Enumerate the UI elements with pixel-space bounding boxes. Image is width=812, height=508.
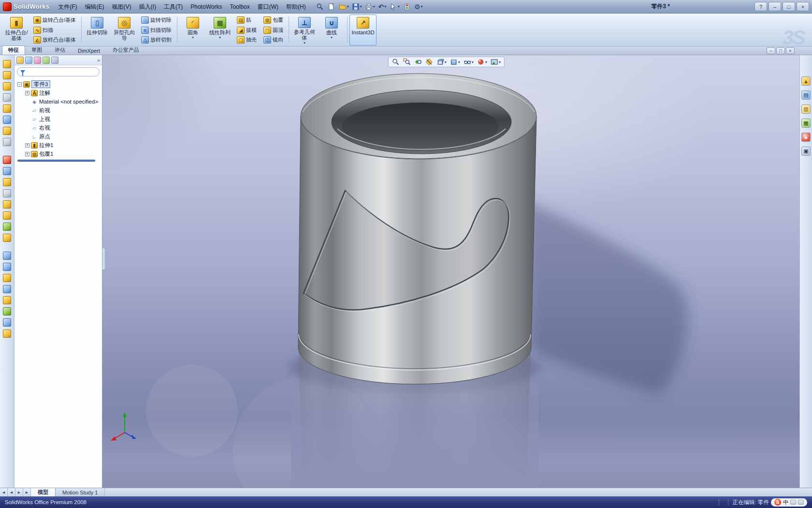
tab-sketch[interactable]: 草图 — [25, 45, 48, 55]
left-toolbar-icon-19[interactable] — [3, 274, 11, 282]
open-document-icon[interactable]: ▾ — [338, 1, 350, 12]
tab-features[interactable]: 特征 — [2, 45, 25, 55]
left-toolbar-icon-23[interactable] — [3, 318, 11, 327]
lofted-boss-button[interactable]: ◭ 放样凸台/基体 — [31, 35, 78, 45]
apply-scene-button[interactable]: ▾ — [490, 58, 502, 66]
panel-splitter-handle[interactable] — [102, 248, 106, 270]
expand-icon[interactable]: + — [25, 91, 29, 95]
section-view-button[interactable] — [424, 58, 434, 66]
revolved-boss-button[interactable]: ◉ 旋转凸台/基体 — [31, 15, 78, 25]
appearances-icon[interactable]: ● — [801, 133, 811, 142]
dropdown-caret-icon[interactable]: ▾ — [458, 60, 460, 64]
expand-icon[interactable]: + — [25, 143, 29, 148]
close-button[interactable]: × — [797, 2, 809, 11]
left-toolbar-icon-6[interactable] — [3, 116, 11, 124]
menu-insert[interactable]: 插入(I) — [135, 0, 160, 14]
property-manager-tab-icon[interactable] — [25, 57, 32, 64]
file-explorer-icon[interactable]: ▥ — [801, 105, 811, 114]
linear-pattern-button[interactable]: ▦ 线性阵列 ▾ — [206, 15, 233, 45]
tree-item-origin[interactable]: ∟ 原点 — [14, 132, 102, 141]
ime-keyboard-icon[interactable] — [798, 500, 804, 505]
tab-evaluate[interactable]: 评估 — [48, 45, 72, 55]
left-toolbar-icon-2[interactable] — [3, 71, 11, 79]
dropdown-caret-icon[interactable]: ▾ — [384, 4, 386, 9]
dimxpert-manager-tab-icon[interactable] — [43, 57, 50, 64]
dropdown-caret-icon[interactable]: ▾ — [472, 60, 474, 64]
tab-scroll-last-button[interactable]: ▶ — [23, 488, 31, 496]
doc-minimize-button[interactable]: – — [767, 47, 775, 54]
tab-scroll-first-button[interactable]: ◀ — [0, 488, 8, 496]
menu-toolbox[interactable]: Toolbox — [226, 0, 253, 14]
dropdown-caret-icon[interactable]: ▾ — [373, 4, 375, 9]
menu-file[interactable]: 文件(F) — [54, 0, 81, 14]
dome-button[interactable]: ◠ 圆顶 — [261, 26, 286, 35]
fillet-button[interactable]: ◜ 圆角 ▾ — [179, 15, 206, 45]
reference-geometry-button[interactable]: ⊥ 参考几何体 ▾ — [291, 15, 318, 45]
revolved-cut-button[interactable]: ◌ 旋转切除 — [139, 15, 174, 25]
dropdown-caret-icon[interactable]: ▾ — [347, 4, 349, 9]
left-toolbar-icon-17[interactable] — [3, 252, 11, 260]
previous-view-button[interactable] — [413, 58, 423, 66]
left-toolbar-icon-9[interactable] — [3, 156, 11, 164]
display-manager-tab-icon[interactable] — [51, 57, 58, 64]
extruded-cut-button[interactable]: ▯ 拉伸切除 — [84, 15, 111, 45]
doc-close-button[interactable]: × — [786, 47, 795, 54]
left-toolbar-icon-5[interactable] — [3, 105, 11, 113]
left-toolbar-icon-10[interactable] — [3, 167, 11, 175]
menu-photoworks[interactable]: PhotoWorks — [187, 0, 226, 14]
dropdown-caret-icon[interactable]: ▾ — [304, 41, 305, 45]
tree-item-right-plane[interactable]: ▱ 右视 — [14, 123, 102, 132]
view-orientation-button[interactable]: ▾ — [435, 58, 448, 66]
tree-filter-input[interactable] — [27, 69, 96, 75]
tree-item-part-root[interactable]: - ▣ 零件3 — [14, 80, 102, 89]
tree-item-material[interactable]: ◆ Material <not specified> — [14, 97, 102, 106]
resources-home-icon[interactable]: ▲ — [801, 76, 811, 86]
select-cursor-icon[interactable]: ▾ — [389, 1, 401, 12]
swept-cut-button[interactable]: ≈ 扫描切除 — [139, 26, 174, 35]
tab-scroll-prev-button[interactable]: ◀ — [8, 488, 15, 496]
left-toolbar-icon-12[interactable] — [3, 189, 11, 197]
print-icon[interactable]: ▾ — [364, 1, 376, 12]
tree-item-top-plane[interactable]: ▱ 上视 — [14, 115, 102, 123]
hole-wizard-button[interactable]: ◎ 异型孔向导 — [111, 15, 138, 45]
draft-button[interactable]: ◢ 拔模 — [234, 26, 259, 35]
tab-model[interactable]: 模型 — [31, 488, 56, 496]
rebuild-icon[interactable] — [402, 1, 412, 12]
instant3d-toggle-button[interactable]: ↗ Instant3D — [349, 15, 377, 45]
zoom-area-button[interactable] — [402, 58, 412, 66]
view-palette-icon[interactable]: ▦ — [801, 119, 811, 128]
left-toolbar-icon-13[interactable] — [3, 200, 11, 209]
custom-properties-icon[interactable]: ▣ — [801, 147, 811, 156]
extruded-boss-button[interactable]: ▮ 拉伸凸台/基体 — [3, 15, 30, 45]
options-icon[interactable]: ⚙ ▾ — [413, 1, 424, 12]
rib-button[interactable]: ▤ 筋 — [234, 15, 259, 25]
left-toolbar-icon-8[interactable] — [3, 138, 11, 146]
collapse-icon[interactable]: - — [17, 82, 22, 87]
doc-restore-button[interactable]: □ — [776, 47, 785, 54]
zoom-fit-button[interactable] — [391, 58, 401, 66]
menu-view[interactable]: 视图(V) — [108, 0, 135, 14]
lofted-cut-button[interactable]: △ 放样切割 — [139, 35, 174, 45]
tab-office-products[interactable]: 办公室产品 — [106, 45, 145, 55]
left-toolbar-icon-24[interactable] — [3, 329, 11, 338]
display-style-button[interactable]: ▾ — [449, 58, 461, 66]
menu-edit[interactable]: 编辑(E) — [81, 0, 108, 14]
rollback-bar[interactable] — [17, 160, 95, 162]
left-toolbar-icon-4[interactable] — [3, 93, 11, 102]
shell-button[interactable]: ▢ 抽壳 — [234, 35, 259, 45]
tree-item-wrap1[interactable]: + ◍ 包覆1 — [14, 149, 102, 158]
curves-button[interactable]: ∪ 曲线 ▾ — [318, 15, 345, 45]
dropdown-caret-icon[interactable]: ▾ — [219, 36, 221, 39]
hide-show-items-button[interactable]: ▾ — [463, 58, 475, 66]
help-button[interactable]: ? — [754, 2, 767, 11]
dropdown-caret-icon[interactable]: ▾ — [421, 4, 423, 9]
graphics-area[interactable]: ▾ ▾ ▾ ▾ ▾ — [102, 55, 799, 488]
left-toolbar-icon-7[interactable] — [3, 127, 11, 135]
left-toolbar-icon-21[interactable] — [3, 296, 11, 304]
expand-icon[interactable]: + — [25, 152, 29, 156]
dropdown-caret-icon[interactable]: ▾ — [398, 4, 400, 9]
sweep-button[interactable]: ∿ 扫描 — [31, 26, 78, 35]
menu-tools[interactable]: 工具(T) — [160, 0, 187, 14]
chevron-right-icon[interactable]: » — [97, 57, 100, 63]
menu-window[interactable]: 窗口(W) — [254, 0, 282, 14]
